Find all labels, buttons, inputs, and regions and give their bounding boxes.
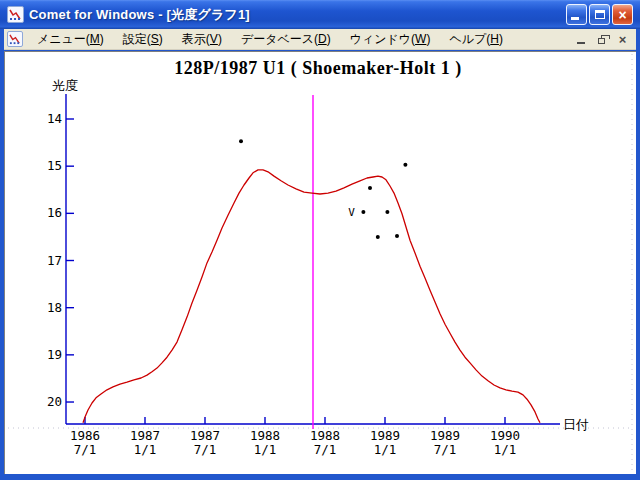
mdi-minimize-icon (577, 42, 585, 44)
app-lightcurve-icon (7, 6, 24, 23)
mdi-restore-icon (598, 38, 605, 44)
menu-item-v[interactable]: 表示(V) (174, 29, 230, 50)
menu-items: メニュー(M)設定(S)表示(V)データベース(D)ウィンドウ(W)ヘルプ(H) (29, 29, 511, 50)
window-title: Comet for Windows - [光度グラフ1] (29, 6, 566, 24)
mdi-close-button[interactable]: × (615, 33, 630, 46)
mdi-minimize-button[interactable] (573, 33, 588, 46)
menu-item-h[interactable]: ヘルプ(H) (441, 29, 511, 50)
minimize-button[interactable] (566, 4, 587, 25)
mdi-close-icon: × (619, 33, 627, 46)
close-button[interactable]: × (612, 4, 633, 25)
titlebar: Comet for Windows - [光度グラフ1] × (0, 0, 640, 29)
mdi-restore-button[interactable] (594, 33, 609, 46)
maximize-icon (595, 10, 605, 19)
menubar: メニュー(M)設定(S)表示(V)データベース(D)ウィンドウ(W)ヘルプ(H)… (4, 29, 636, 50)
maximize-button[interactable] (589, 4, 610, 25)
menu-item-s[interactable]: 設定(S) (115, 29, 171, 50)
menu-item-w[interactable]: ウィンドウ(W) (342, 29, 439, 50)
menu-item-d[interactable]: データベース(D) (233, 29, 339, 50)
chart-title: 128P/1987 U1 ( Shoemaker-Holt 1 ) (5, 58, 631, 79)
app-window: Comet for Windows - [光度グラフ1] × メニュー(M)設定… (0, 0, 640, 480)
mdi-child-icon[interactable] (7, 31, 23, 47)
menu-item-m[interactable]: メニュー(M) (29, 29, 112, 50)
close-icon: × (618, 8, 626, 22)
chart-canvas: 128P/1987 U1 ( Shoemaker-Holt 1 ) (4, 51, 636, 474)
minimize-icon (571, 17, 579, 20)
